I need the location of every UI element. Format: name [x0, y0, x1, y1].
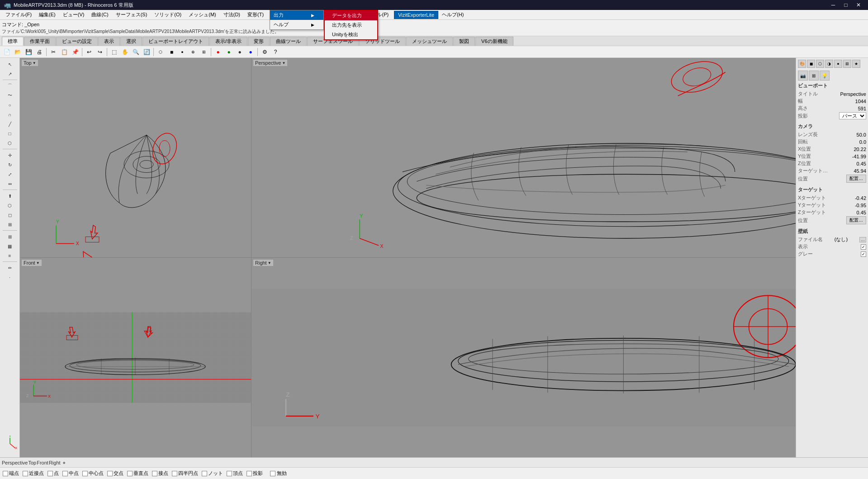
cut-button[interactable]: ✂ [48, 47, 58, 57]
rp-icon-display[interactable]: ◼ [807, 60, 815, 68]
vizit-help-item[interactable]: ヘルプ ▶ [270, 20, 323, 29]
sb-check-disable[interactable] [270, 471, 275, 476]
circle-dark-button[interactable]: ● [235, 47, 245, 57]
menu-solid[interactable]: ソリッド(O) [151, 10, 185, 19]
tab-standard[interactable]: 標準 [2, 37, 24, 46]
sb-check-project[interactable] [247, 471, 252, 476]
minimize-button[interactable]: ─ [827, 1, 839, 9]
viewport-perspective[interactable]: Perspective [251, 58, 796, 257]
rp-icon-sm-camera[interactable]: 📷 [798, 71, 808, 81]
sb-check-quad[interactable] [172, 471, 177, 476]
menu-transform[interactable]: 変形(T) [244, 10, 267, 19]
sb-vp-right[interactable]: Right [49, 460, 61, 465]
submenu-export-data[interactable]: データを出力 [325, 11, 377, 20]
sb-check-tan[interactable] [152, 471, 157, 476]
tab-mesh-tools[interactable]: メッシュツール [406, 37, 453, 46]
left-poly[interactable]: ⬡ [5, 138, 14, 147]
left-layer[interactable]: ≡ [5, 251, 14, 260]
viewport-right[interactable]: Right [251, 258, 796, 457]
pan-button[interactable]: ✋ [120, 47, 130, 57]
menu-vizit[interactable]: VizitExporterLite [394, 11, 438, 19]
viewport-top-label[interactable]: Top [22, 60, 38, 66]
sb-vp-perspective[interactable]: Perspective [2, 460, 28, 465]
tab-viewport-layout[interactable]: ビューポートレイアウト [142, 37, 209, 46]
left-arc[interactable]: ∩ [5, 110, 14, 119]
new-button[interactable]: 📄 [2, 47, 12, 57]
viewport-front-label[interactable]: Front [22, 260, 42, 266]
menu-help[interactable]: ヘルプ(H) [438, 10, 467, 19]
paste-button[interactable]: 📌 [70, 47, 80, 57]
left-loft[interactable]: ⬡ [5, 201, 14, 210]
rp-icon-shade[interactable]: ◑ [825, 60, 833, 68]
viewport-top[interactable]: Top [20, 58, 251, 257]
sb-check-endpoint[interactable] [3, 471, 8, 476]
shade-button[interactable]: ◼ [166, 47, 176, 57]
print-button[interactable]: 🖨 [34, 47, 44, 57]
left-line[interactable]: ╱ [5, 119, 14, 128]
tab-curve-tools[interactable]: 曲線ツール [270, 37, 307, 46]
left-surface[interactable]: ◻ [5, 210, 14, 219]
rp-projection-dropdown[interactable]: パース 平行 [839, 112, 866, 119]
snap-button[interactable]: ⊕ [188, 47, 198, 57]
rp-wallpaper-gray-checkbox[interactable]: ✓ [861, 251, 866, 257]
left-mirror[interactable]: ⇔ [5, 179, 14, 188]
close-button[interactable]: ✕ [853, 1, 864, 9]
sb-check-knot[interactable] [202, 471, 207, 476]
circle-green-button[interactable]: ● [224, 47, 234, 57]
rp-icon-render[interactable]: ● [834, 60, 842, 68]
left-circle[interactable]: ○ [5, 100, 14, 109]
menu-dimension[interactable]: 寸法(D) [220, 10, 244, 19]
tab-v6-new[interactable]: V6の新機能 [475, 37, 513, 46]
rp-icon-sm-grid[interactable]: ⊞ [809, 71, 819, 81]
help2-button[interactable]: ? [270, 47, 280, 57]
left-edit[interactable]: ✏ [5, 263, 14, 272]
left-rect[interactable]: □ [5, 129, 14, 138]
zoom-button[interactable]: 🔍 [131, 47, 141, 57]
sb-check-center[interactable] [82, 471, 88, 476]
left-curve2[interactable]: 〜 [5, 91, 14, 100]
left-extrude[interactable]: ⬆ [5, 191, 14, 200]
rp-camera-place-button[interactable]: 配置… [846, 175, 866, 183]
left-select2[interactable]: ↗ [5, 69, 14, 78]
sb-check-perp[interactable] [127, 471, 133, 476]
viewport-perspective-label[interactable]: Perspective [253, 60, 287, 66]
grid-button[interactable]: ⊞ [199, 47, 209, 57]
sb-check-intersect[interactable] [107, 471, 113, 476]
wire-button[interactable]: ⬡ [156, 47, 166, 57]
left-grid2[interactable]: ▦ [5, 242, 14, 251]
left-join[interactable]: ⊞ [5, 220, 14, 229]
tab-view-settings[interactable]: ビューの設定 [56, 37, 98, 46]
viewport-front[interactable]: Front [20, 258, 251, 457]
left-select[interactable]: ↖ [5, 60, 14, 69]
menu-curve[interactable]: 曲線(C) [88, 10, 112, 19]
tab-transform[interactable]: 変形 [248, 37, 270, 46]
rp-icon-wire[interactable]: ⬡ [816, 60, 824, 68]
tab-display[interactable]: 表示 [98, 37, 120, 46]
circle-red-button[interactable]: ● [213, 47, 223, 57]
submenu-detect-unity[interactable]: Unityを検出 [325, 30, 377, 39]
settings-button[interactable]: ⚙ [260, 47, 270, 57]
menu-view[interactable]: ビュー(V) [59, 10, 88, 19]
left-move[interactable]: ✛ [5, 151, 14, 160]
render-button[interactable]: ● [177, 47, 187, 57]
left-grid[interactable]: ⊞ [5, 232, 14, 241]
sb-vp-front[interactable]: Front [37, 460, 48, 465]
sb-vp-top[interactable]: Top [28, 460, 36, 465]
rp-icon-color[interactable]: 🎨 [798, 60, 806, 68]
copy-button[interactable]: 📋 [59, 47, 69, 57]
left-curve1[interactable]: ⌒ [5, 81, 14, 90]
select-button[interactable]: ⬚ [109, 47, 119, 57]
sb-check-point[interactable] [47, 471, 53, 476]
circle-blue-button[interactable]: ● [246, 47, 256, 57]
sb-check-vertex[interactable] [227, 471, 232, 476]
menu-mesh[interactable]: メッシュ(M) [185, 10, 220, 19]
tab-workplane[interactable]: 作業平面 [24, 37, 56, 46]
maximize-button[interactable]: □ [840, 1, 852, 9]
submenu-show-output[interactable]: 出力先を表示 [325, 20, 377, 30]
left-pt[interactable]: · [5, 273, 14, 282]
left-scale[interactable]: ⤢ [5, 170, 14, 179]
rp-icon-grid2[interactable]: ⊞ [843, 60, 851, 68]
tab-select[interactable]: 選択 [120, 37, 142, 46]
sb-check-near[interactable] [23, 471, 28, 476]
open-button[interactable]: 📂 [13, 47, 23, 57]
